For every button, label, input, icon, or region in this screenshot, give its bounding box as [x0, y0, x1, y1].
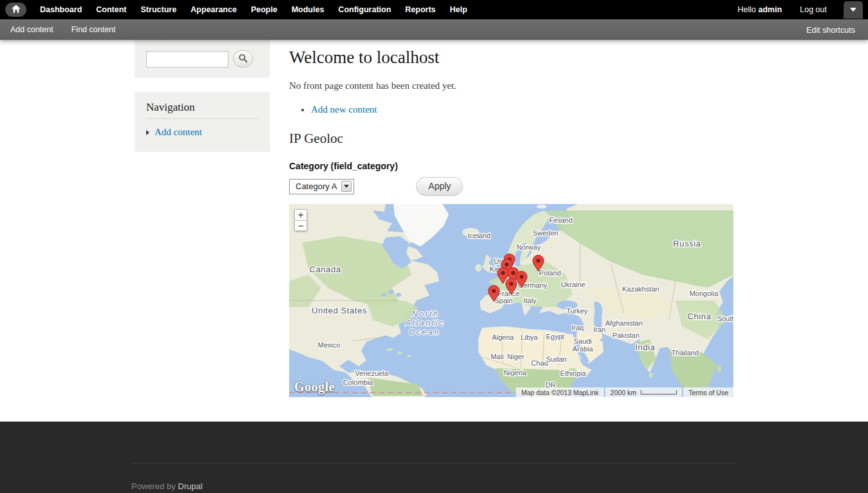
add-new-content-link[interactable]: Add new content — [311, 104, 377, 115]
map-canvas[interactable]: Canada United States Mexico Iceland Norw… — [289, 204, 733, 397]
map-label: Iraq — [572, 324, 584, 331]
map-label: Ukraine — [561, 281, 585, 288]
menu-item-reports[interactable]: Reports — [398, 0, 442, 19]
map-label: Finland — [549, 216, 572, 224]
navigation-block-title: Navigation — [146, 101, 258, 119]
menu-collapsed-icon — [146, 130, 149, 135]
zoom-in-button[interactable]: + — [294, 209, 307, 220]
ocean-label: Atlantic — [405, 319, 445, 328]
username: admin — [758, 5, 782, 14]
map-label: China — [688, 312, 712, 321]
map-label: Russia — [673, 239, 701, 248]
map-image: Canada United States Mexico Iceland Norw… — [289, 204, 733, 397]
sidebar-add-content-link[interactable]: Add content — [155, 127, 202, 138]
powered-by-prefix: Powered by — [131, 481, 178, 491]
map-label: Egypt — [546, 333, 564, 340]
menu-item-help[interactable]: Help — [443, 0, 475, 19]
menu-item-configuration[interactable]: Configuration — [331, 0, 398, 19]
shortcut-add-content[interactable]: Add content — [10, 25, 53, 34]
map-label: Algeria — [492, 333, 514, 341]
map-label: Iceland — [467, 232, 490, 239]
exposed-filter-row: Category A Apply — [289, 177, 733, 196]
sidebar: Navigation Add content — [135, 40, 270, 152]
map-label: Kazakhstan — [622, 285, 659, 293]
list-item: Add new content — [311, 104, 733, 115]
scale-label: 2000 km — [610, 389, 636, 396]
menu-item-content[interactable]: Content — [89, 0, 133, 19]
map-label: Mongolia — [690, 290, 719, 297]
menu-item-people[interactable]: People — [244, 0, 285, 19]
ocean-label: Ocean — [408, 328, 440, 337]
admin-menu: Dashboard Content Structure Appearance P… — [33, 0, 475, 19]
logout-link[interactable]: Log out — [800, 5, 827, 14]
chevron-down-icon — [344, 185, 349, 188]
map-label: Arabia — [572, 345, 594, 353]
map-label: Colombia — [343, 378, 373, 386]
chevron-down-icon — [850, 8, 856, 12]
map-label: Thailand — [672, 349, 699, 357]
category-select[interactable]: Category A — [289, 179, 354, 194]
shortcut-bar: Add content Find content Edit shortcuts — [0, 19, 868, 40]
map-label: Ethiopia — [560, 369, 587, 377]
map-label: Mali — [491, 353, 504, 360]
shortcut-find-content[interactable]: Find content — [71, 25, 116, 34]
search-button[interactable] — [233, 50, 253, 68]
zoom-out-button[interactable]: − — [294, 220, 307, 231]
map-label: Turkey — [566, 307, 588, 315]
main-content: Welcome to localhost No front page conte… — [289, 40, 733, 397]
home-icon — [12, 4, 21, 15]
map-label: Sweden — [533, 229, 558, 237]
map-label: Nigeria — [504, 369, 527, 377]
select-dropdown-button[interactable] — [341, 181, 352, 192]
map-label: Libya — [521, 333, 538, 341]
map-label: Afghanistan — [605, 319, 643, 327]
map-data-attribution: Map data ©2013 MapLink — [516, 387, 603, 397]
scale-bar — [641, 390, 677, 395]
map-zoom-control: + − — [294, 209, 307, 231]
map-label: United States — [312, 306, 367, 315]
sidebar-item-add-content[interactable]: Add content — [146, 127, 258, 138]
apply-button[interactable]: Apply — [416, 177, 463, 196]
map-label: Canada — [309, 265, 341, 274]
action-links: Add new content — [311, 104, 733, 115]
map-label: Iran — [594, 326, 606, 333]
menu-item-dashboard[interactable]: Dashboard — [33, 0, 89, 19]
user-greeting: Hello admin — [738, 5, 782, 14]
greeting-prefix: Hello — [738, 5, 759, 14]
menu-item-structure[interactable]: Structure — [134, 0, 184, 19]
toolbar-toggle-button[interactable] — [844, 1, 863, 19]
map-label: Saudi — [574, 337, 592, 345]
map-label: Pakistan — [612, 331, 639, 339]
map-label: Italy — [524, 297, 537, 304]
map-label: India — [635, 342, 655, 352]
ip-geoloc-block-title: IP Geoloc — [289, 131, 733, 147]
map-label: South — [717, 315, 733, 322]
drupal-link[interactable]: Drupal — [178, 481, 202, 491]
ocean-label: North — [411, 310, 439, 319]
category-select-value: Category A — [296, 181, 337, 191]
map-scale: 2000 km — [605, 387, 682, 397]
page-wrapper: Navigation Add content Welcome to localh… — [0, 40, 868, 422]
map-label: Norway — [516, 243, 541, 251]
edit-shortcuts-link[interactable]: Edit shortcuts — [806, 26, 855, 35]
map-attribution-bar: Map data ©2013 MapLink 2000 km Terms of … — [514, 387, 733, 397]
shortcut-links: Add content Find content — [10, 25, 116, 34]
navigation-block: Navigation Add content — [135, 92, 270, 152]
toolbar-user-area: Hello admin Log out — [738, 1, 868, 19]
terms-of-use-link[interactable]: Terms of Use — [683, 387, 733, 397]
shortcut-edit-area: Edit shortcuts — [806, 24, 855, 35]
empty-frontpage-text: No front page content has been created y… — [289, 80, 733, 91]
search-block — [135, 40, 270, 78]
search-input[interactable] — [146, 51, 229, 68]
home-button[interactable] — [5, 3, 26, 17]
google-logo[interactable]: Google — [294, 380, 335, 395]
map-label: Mexico — [318, 341, 341, 349]
map-label: Poland — [539, 269, 561, 277]
category-filter-label: Category (field_category) — [289, 161, 733, 171]
menu-item-appearance[interactable]: Appearance — [184, 0, 244, 19]
map-label: Venezuela — [355, 369, 388, 377]
admin-toolbar: Dashboard Content Structure Appearance P… — [0, 0, 868, 19]
menu-item-modules[interactable]: Modules — [285, 0, 332, 19]
footer: Powered by Drupal — [0, 422, 868, 493]
map-label: Sudan — [546, 355, 567, 363]
